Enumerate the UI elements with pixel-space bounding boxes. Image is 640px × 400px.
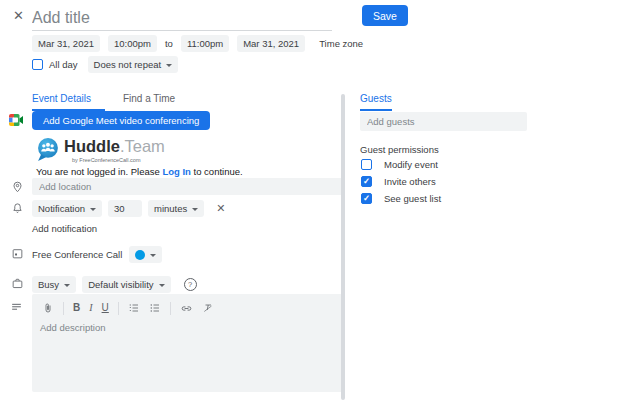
permission-label: See guest list xyxy=(384,193,441,204)
to-label: to xyxy=(165,38,173,49)
remove-notification-icon[interactable]: ✕ xyxy=(216,203,225,214)
busy-value: Busy xyxy=(38,279,59,290)
permission-label: Modify event xyxy=(384,159,438,170)
calendar-icon xyxy=(11,247,24,260)
notification-unit-value: minutes xyxy=(154,203,187,214)
tab-find-a-time[interactable]: Find a Time xyxy=(123,93,175,109)
link-icon[interactable] xyxy=(180,302,193,315)
dropdown-arrow-icon xyxy=(166,64,172,67)
see-guest-list-checkbox[interactable]: ✓ xyxy=(361,193,372,204)
description-lines-icon xyxy=(10,300,23,313)
huddle-brand-text: Huddle.Team xyxy=(64,137,165,155)
add-guests-input[interactable] xyxy=(360,112,527,131)
description-input[interactable] xyxy=(38,320,339,388)
underline-icon[interactable]: U xyxy=(102,303,109,313)
title-input[interactable] xyxy=(32,6,332,31)
status-row: Busy Default visibility ? xyxy=(32,276,197,293)
add-notification-button[interactable]: Add notification xyxy=(32,223,97,234)
visibility-value: Default visibility xyxy=(88,279,153,290)
recurrence-value: Does not repeat xyxy=(94,59,162,70)
permission-row-see-guest-list: ✓ See guest list xyxy=(361,193,441,204)
notification-row: Notification 30 minutes ✕ xyxy=(32,200,225,217)
check-icon: ✓ xyxy=(363,194,370,203)
google-meet-icon xyxy=(9,114,23,126)
calendar-name: Free Conference Call xyxy=(32,249,122,260)
calendar-color-dropdown[interactable] xyxy=(129,246,162,263)
toolbar-separator xyxy=(170,302,171,315)
notification-unit-dropdown[interactable]: minutes xyxy=(148,200,204,217)
huddle-brand-light: .Team xyxy=(120,137,165,155)
dropdown-arrow-icon xyxy=(192,208,198,211)
start-time-chip[interactable]: 10:00pm xyxy=(108,35,157,52)
dropdown-arrow-icon xyxy=(150,254,156,257)
location-pin-icon xyxy=(11,180,24,193)
attach-icon[interactable] xyxy=(42,302,54,314)
bold-icon[interactable]: B xyxy=(73,303,80,313)
visibility-dropdown[interactable]: Default visibility xyxy=(82,276,170,293)
recurrence-dropdown[interactable]: Does not repeat xyxy=(88,56,179,73)
dropdown-arrow-icon xyxy=(64,284,70,287)
notification-type-value: Notification xyxy=(38,203,85,214)
check-icon: ✓ xyxy=(363,177,370,186)
calendar-row: Free Conference Call xyxy=(32,246,162,263)
login-suffix: to continue. xyxy=(194,166,243,177)
bell-icon xyxy=(11,202,24,215)
notification-amount-input[interactable]: 30 xyxy=(108,200,142,217)
description-toolbar: B I U xyxy=(32,294,343,317)
dropdown-arrow-icon xyxy=(159,284,165,287)
permission-row-invite-others: ✓ Invite others xyxy=(361,176,436,187)
numbered-list-icon[interactable] xyxy=(128,302,140,314)
help-icon[interactable]: ? xyxy=(184,278,197,291)
login-prefix: You are not logged in. Please xyxy=(36,166,160,177)
save-button[interactable]: Save xyxy=(362,5,408,26)
all-day-checkbox[interactable]: ✓ xyxy=(32,59,43,70)
tab-guests[interactable]: Guests xyxy=(360,93,392,111)
permission-label: Invite others xyxy=(384,176,436,187)
notification-amount-value: 30 xyxy=(114,203,125,214)
guest-permissions-title: Guest permissions xyxy=(360,144,439,155)
italic-icon[interactable]: I xyxy=(89,303,92,313)
all-day-label: All day xyxy=(49,59,78,70)
permission-row-modify-event: ✓ Modify event xyxy=(361,159,438,170)
huddle-logo-icon xyxy=(36,137,61,162)
close-icon[interactable]: ✕ xyxy=(13,9,24,22)
login-link[interactable]: Log In xyxy=(162,166,191,177)
timezone-link[interactable]: Time zone xyxy=(319,38,363,49)
huddle-brand-strong: Huddle xyxy=(64,137,120,155)
bulleted-list-icon[interactable] xyxy=(149,302,161,314)
busy-dropdown[interactable]: Busy xyxy=(32,276,76,293)
datetime-row: Mar 31, 2021 10:00pm to 11:00pm Mar 31, … xyxy=(32,35,363,52)
invite-others-checkbox[interactable]: ✓ xyxy=(361,176,372,187)
left-tabs: Event Details Find a Time xyxy=(32,93,175,111)
notification-type-dropdown[interactable]: Notification xyxy=(32,200,102,217)
briefcase-icon xyxy=(11,277,24,290)
end-time-chip[interactable]: 11:00pm xyxy=(181,35,229,52)
tab-event-details[interactable]: Event Details xyxy=(32,93,105,111)
dropdown-arrow-icon xyxy=(90,208,96,211)
toolbar-separator xyxy=(63,302,64,315)
calendar-color-swatch xyxy=(135,250,145,260)
modify-event-checkbox[interactable]: ✓ xyxy=(361,159,372,170)
login-message: You are not logged in. Please Log In to … xyxy=(36,166,243,177)
toolbar-separator xyxy=(118,302,119,315)
add-google-meet-button[interactable]: Add Google Meet video conferencing xyxy=(32,111,210,130)
end-date-chip[interactable]: Mar 31, 2021 xyxy=(237,35,305,52)
all-day-row: ✓ All day Does not repeat xyxy=(32,56,178,73)
start-date-chip[interactable]: Mar 31, 2021 xyxy=(32,35,100,52)
huddle-tagline: by FreeConferenceCall.com xyxy=(64,157,165,163)
left-pane-scrollbar[interactable] xyxy=(341,94,345,400)
description-panel: B I U xyxy=(32,294,343,392)
huddle-logo: Huddle.Team by FreeConferenceCall.com xyxy=(36,137,165,163)
clear-formatting-icon[interactable] xyxy=(202,302,214,314)
location-input[interactable] xyxy=(32,178,343,195)
